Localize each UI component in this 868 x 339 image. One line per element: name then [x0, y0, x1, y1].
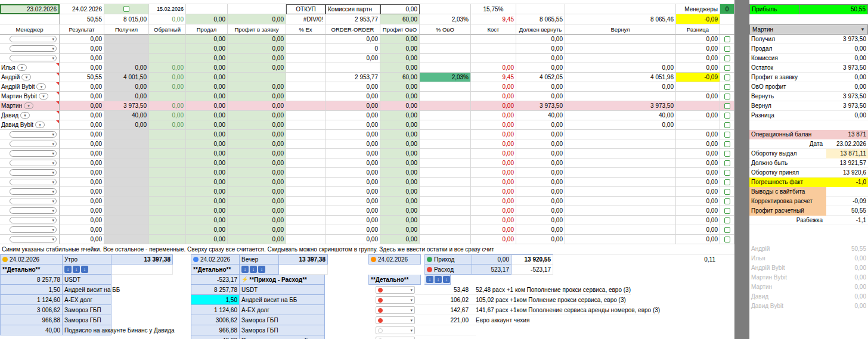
cell-result[interactable]: 0,00	[60, 178, 104, 187]
cell-sold[interactable]: 0,00	[186, 139, 228, 149]
cell-profit_ovo[interactable]: 0,00	[380, 120, 420, 130]
cell-commission-label[interactable]: Комиссия партн	[326, 4, 380, 14]
expense-value[interactable]: 523,17	[472, 265, 512, 275]
evening-item-label[interactable]: Замороз ГБП	[240, 325, 325, 335]
evening-item-label[interactable]: Замороз ГБП	[240, 315, 325, 325]
cell-received[interactable]: 0,00	[104, 120, 149, 130]
balance-value[interactable]: -0,09	[826, 197, 868, 206]
row-checkbox[interactable]	[724, 84, 730, 90]
cell-sold[interactable]: 0,00	[186, 35, 228, 44]
cell-ovo[interactable]	[420, 235, 471, 244]
cell-cost[interactable]: 0,00	[471, 139, 516, 149]
cell-name[interactable]: ▾	[0, 158, 60, 168]
cell-cost[interactable]: 0,00	[471, 101, 516, 111]
cell-back[interactable]	[149, 235, 186, 244]
cell-must_return[interactable]: 0,00	[516, 158, 565, 168]
cell-order_order[interactable]: 0,00	[326, 35, 380, 44]
col-header-ovo[interactable]: % ОвО	[420, 24, 471, 35]
cell-otkup[interactable]: ОТКУП	[286, 4, 326, 14]
cell-diff[interactable]: 0,00	[676, 54, 720, 63]
cell-check[interactable]	[720, 130, 734, 139]
cell-sold[interactable]: 0,00	[186, 101, 228, 111]
cell-diff[interactable]	[676, 101, 720, 111]
cell-returned[interactable]	[565, 225, 676, 235]
cell-profit_order[interactable]: 0,00	[228, 168, 286, 178]
cell-back[interactable]	[149, 139, 186, 149]
cell-check[interactable]	[720, 139, 734, 149]
cell-result[interactable]: 0,00	[60, 82, 104, 92]
cell-profit_ovo[interactable]: 0,00	[380, 139, 420, 149]
cell-profit_ovo[interactable]: 0,00	[380, 235, 420, 244]
cell-received[interactable]: 0,00	[104, 82, 149, 92]
cell-ex[interactable]	[286, 206, 326, 216]
cell-sold[interactable]: 0,00	[186, 235, 228, 244]
manager-dropdown[interactable]: ▾	[10, 217, 57, 223]
cell-order_order[interactable]: 0,00	[326, 130, 380, 139]
manager-dropdown[interactable]: ▾	[10, 226, 57, 233]
cell-order_order[interactable]: 0,00	[326, 101, 380, 111]
row-checkbox[interactable]	[724, 179, 730, 185]
cell-back[interactable]: 0,00	[149, 63, 186, 73]
evening-item-value[interactable]: 8 257,78	[191, 285, 240, 295]
expense-category-dropdown[interactable]: ▾	[376, 296, 415, 304]
cell-back[interactable]	[149, 54, 186, 63]
total-profit_ovo[interactable]: 60,00	[380, 14, 420, 24]
cell-must_return[interactable]: 0,00	[516, 139, 565, 149]
cell-diff[interactable]: 0,00	[676, 44, 720, 54]
cell-must_return[interactable]: 4 052,05	[516, 73, 565, 82]
cell-name[interactable]: ▾	[0, 130, 60, 139]
cell-profit_order[interactable]	[228, 73, 286, 82]
cell-cost[interactable]	[471, 54, 516, 63]
cell-profit_order[interactable]: 0,00	[228, 120, 286, 130]
cell-received[interactable]: 0,00	[104, 63, 149, 73]
cell-returned[interactable]: 3 973,50	[565, 101, 676, 111]
cell-profit_ovo[interactable]: 0,00	[380, 158, 420, 168]
evening-detail-label[interactable]: **Детально**	[191, 265, 240, 275]
cell-back[interactable]	[149, 225, 186, 235]
cell-check[interactable]	[720, 120, 734, 130]
cell-cost[interactable]: 0,00	[471, 111, 516, 120]
cell-sold[interactable]: 0,00	[186, 187, 228, 197]
expense-category-dropdown[interactable]: ▾	[376, 286, 415, 294]
cell-check[interactable]	[720, 63, 734, 73]
cell-diff[interactable]	[676, 120, 720, 130]
cell-diff[interactable]: -0,09	[676, 73, 720, 82]
morning-collapse-buttons[interactable]	[63, 265, 111, 275]
manager-dropdown[interactable]: ▾	[10, 141, 57, 147]
morning-item-value[interactable]: 1,50	[0, 285, 63, 295]
cell-diff[interactable]: 0,00	[676, 92, 720, 101]
stat-value[interactable]: 3 973,50	[826, 63, 868, 73]
income-total[interactable]: 13 920,55	[512, 254, 553, 265]
cell-profit_ovo[interactable]: 0,00	[380, 92, 420, 101]
total-result[interactable]: 50,55	[60, 14, 104, 24]
cell-cost[interactable]	[471, 44, 516, 54]
down-arrow-icon[interactable]	[73, 266, 80, 273]
cell-result[interactable]: 0,00	[60, 235, 104, 244]
cell-diff[interactable]: 0,00	[676, 63, 720, 73]
row-checkbox[interactable]	[724, 151, 730, 157]
cell-order_order[interactable]: 0,00	[326, 139, 380, 149]
cash-date-cell[interactable]: 24.02.2026	[368, 254, 421, 265]
total-ovo[interactable]: 2,03%	[420, 14, 471, 24]
cell-cost[interactable]: 9,45	[471, 73, 516, 82]
evening-item-label[interactable]: USDT	[240, 285, 325, 295]
cell-ovo[interactable]	[420, 149, 471, 158]
cell-order_order[interactable]: 0,00	[326, 187, 380, 197]
cell-ex[interactable]	[286, 130, 326, 139]
cell-ex[interactable]	[286, 197, 326, 206]
morning-item-value[interactable]: 966,88	[0, 315, 63, 325]
cell-diff[interactable]: 0,00	[676, 35, 720, 44]
col-header-returned[interactable]: Вернул	[565, 24, 676, 35]
cell-received[interactable]	[104, 54, 149, 63]
cell-ovo[interactable]	[420, 225, 471, 235]
cell-result[interactable]: 0,00	[60, 206, 104, 216]
manager-dropdown[interactable]: ▾	[10, 131, 57, 138]
cell-check[interactable]	[720, 178, 734, 187]
cell-profit_order[interactable]: 0,00	[228, 139, 286, 149]
cell-must_return[interactable]: 0,00	[516, 178, 565, 187]
cell-name[interactable]: ▾	[0, 197, 60, 206]
cell-result[interactable]: 0,00	[60, 92, 104, 101]
manager-result-value[interactable]: 0,00	[826, 254, 868, 263]
expense-label-cell[interactable]: Расход	[424, 265, 472, 275]
cell-order_order[interactable]: 0,00	[326, 120, 380, 130]
